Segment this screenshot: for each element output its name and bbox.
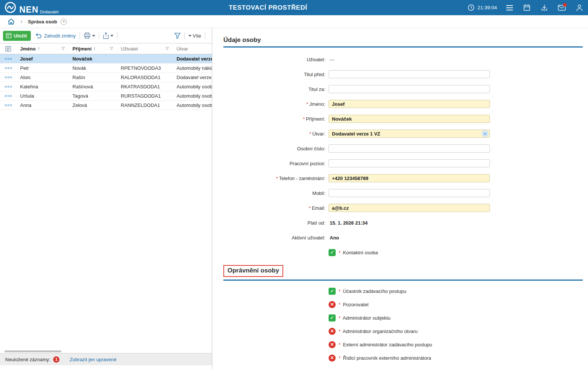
scrollbar-thumb[interactable] bbox=[4, 350, 61, 352]
printer-icon bbox=[84, 32, 91, 39]
home-button[interactable] bbox=[7, 18, 15, 25]
column-header-jmeno[interactable]: Jméno ↑ bbox=[16, 46, 69, 52]
section-header-opravneni: Oprávnění osoby bbox=[223, 265, 583, 277]
messages-button[interactable] bbox=[553, 0, 571, 15]
row-actions-button[interactable] bbox=[0, 76, 16, 78]
column-filter-icon[interactable] bbox=[61, 47, 65, 50]
panel-splitter[interactable] bbox=[212, 28, 217, 369]
checkbox-unchecked-icon[interactable]: ✕ bbox=[329, 341, 336, 348]
current-time: 21:39:04 bbox=[477, 5, 497, 10]
required-marker: * bbox=[339, 288, 340, 294]
permission-row: ✓* Účastník zadávacího postupu bbox=[329, 284, 583, 298]
form-row: *Příjmení: bbox=[223, 111, 583, 126]
table-row[interactable]: AnnaZelováRANNZELDODA1Automobily osob bbox=[0, 101, 212, 110]
column-header-prijmeni[interactable]: Příjmení ↑ bbox=[69, 46, 117, 52]
tab-label: Správa osob bbox=[28, 19, 57, 25]
checkbox-checked-icon[interactable]: ✓ bbox=[329, 288, 336, 295]
column-settings-icon bbox=[5, 46, 11, 52]
row-actions-button[interactable] bbox=[0, 104, 16, 106]
field-input[interactable] bbox=[329, 144, 490, 153]
lookup-open-button[interactable]: › bbox=[482, 130, 488, 137]
print-button[interactable] bbox=[84, 32, 95, 39]
show-modified-link[interactable]: Zobrazit jen upravené bbox=[70, 357, 116, 362]
downloads-button[interactable] bbox=[536, 0, 553, 15]
required-marker: * bbox=[309, 205, 311, 211]
column-header-utvar[interactable]: Útvar bbox=[173, 46, 212, 52]
checkbox-unchecked-icon[interactable]: ✕ bbox=[329, 301, 336, 308]
field-control bbox=[329, 85, 490, 93]
table-cell: Automobily nákla bbox=[173, 65, 212, 71]
field-input[interactable] bbox=[329, 100, 490, 108]
horizontal-scrollbar[interactable] bbox=[1, 350, 211, 353]
discard-changes-button[interactable]: Zahodit změny bbox=[36, 33, 75, 39]
field-label: *Příjmení: bbox=[223, 116, 325, 122]
field-label: Uživatel: bbox=[223, 57, 325, 62]
field-input[interactable] bbox=[329, 174, 490, 182]
field-input[interactable] bbox=[329, 85, 490, 93]
view-filter-dropdown[interactable]: Vše bbox=[188, 33, 201, 39]
table-row[interactable]: AloisRašínRALORASDODA1Dodavatel verze 1 bbox=[0, 73, 212, 82]
filter-button[interactable] bbox=[174, 33, 181, 39]
row-actions-button[interactable] bbox=[0, 86, 16, 88]
column-header-uzivatel[interactable]: Uživatel bbox=[117, 46, 173, 52]
field-label: Osobní číslo: bbox=[223, 146, 325, 151]
undo-icon bbox=[36, 33, 42, 38]
home-logo[interactable]: NEN Dodavatel bbox=[4, 1, 58, 14]
table-row[interactable]: KateřinaRašínováRKATRASDODA1Automobily o… bbox=[0, 82, 212, 91]
checkbox-unchecked-icon[interactable]: ✕ bbox=[329, 328, 336, 335]
form-row: *Útvar:› bbox=[223, 126, 583, 141]
table-row[interactable]: PetrNovákRPETNOVDODA3Automobily nákla bbox=[0, 63, 212, 73]
checkbox-label: * Kontaktní osoba bbox=[339, 250, 378, 255]
column-settings-button[interactable] bbox=[0, 46, 16, 52]
field-input[interactable] bbox=[329, 130, 490, 138]
table-cell: RPETNOVDODA3 bbox=[117, 65, 173, 71]
table-cell: RURSTAGDODA1 bbox=[117, 93, 173, 99]
permission-label: * Externí administrátor zadávacího postu… bbox=[339, 342, 432, 347]
column-filter-icon[interactable] bbox=[165, 47, 169, 50]
row-actions-button[interactable] bbox=[0, 58, 16, 60]
form-row: ✓* Kontaktní osoba bbox=[223, 245, 583, 260]
permission-row: ✕* Pozorovatel bbox=[329, 298, 583, 311]
row-actions-button[interactable] bbox=[0, 95, 16, 97]
close-tab-button[interactable]: ✕ bbox=[61, 19, 67, 25]
nen-logo-icon bbox=[4, 1, 16, 13]
row-actions-button[interactable] bbox=[0, 67, 16, 69]
field-input[interactable] bbox=[329, 189, 490, 197]
user-icon bbox=[576, 4, 583, 12]
form-row: Pracovní pozice: bbox=[223, 156, 583, 171]
clock-icon bbox=[468, 4, 475, 11]
menu-button[interactable] bbox=[501, 0, 518, 15]
table-cell: Rašín bbox=[69, 75, 117, 80]
checkbox-checked-icon[interactable]: ✓ bbox=[329, 249, 336, 256]
checkbox-checked-icon[interactable]: ✓ bbox=[329, 314, 336, 321]
export-button[interactable] bbox=[103, 32, 113, 39]
table-row[interactable]: JosefNováčekDodavatel verze bbox=[0, 54, 212, 63]
field-input[interactable] bbox=[329, 70, 490, 78]
section-divider bbox=[223, 46, 583, 48]
permission-row: ✕* Externí administrátor zadávacího post… bbox=[329, 338, 583, 351]
save-button[interactable]: Uložit bbox=[3, 31, 31, 41]
column-filter-icon[interactable] bbox=[110, 47, 113, 50]
field-input[interactable] bbox=[329, 115, 490, 123]
chevron-down-icon bbox=[188, 35, 191, 37]
form-row: *Telefon - zaměstnání: bbox=[223, 171, 583, 186]
export-dropdown-icon[interactable] bbox=[110, 35, 113, 37]
field-input[interactable] bbox=[329, 159, 490, 167]
table-row[interactable]: UršulaTagováRURSTAGDODA1Automobily osob bbox=[0, 91, 212, 101]
print-dropdown-icon[interactable] bbox=[92, 35, 95, 37]
table-cell: Zelová bbox=[69, 102, 117, 108]
field-input[interactable] bbox=[329, 204, 490, 212]
field-control bbox=[329, 144, 490, 153]
form-row: Titul za: bbox=[223, 82, 583, 97]
table-cell: Dodavatel verze 1 bbox=[173, 75, 212, 80]
hamburger-icon bbox=[506, 5, 513, 11]
section-title-opravneni-osoby: Oprávnění osoby bbox=[223, 265, 283, 277]
sort-asc-icon: ↑ bbox=[38, 46, 40, 51]
checkbox-unchecked-icon[interactable]: ✕ bbox=[329, 355, 336, 362]
field-control: › bbox=[329, 130, 490, 138]
permission-label: * Administrátor organizačního útvaru bbox=[339, 329, 418, 334]
profile-button[interactable] bbox=[571, 0, 588, 15]
tab-sprava-osob[interactable]: Správa osob ✕ bbox=[28, 19, 67, 25]
breadcrumb: › Správa osob ✕ bbox=[0, 15, 588, 28]
calendar-button[interactable] bbox=[518, 0, 536, 15]
